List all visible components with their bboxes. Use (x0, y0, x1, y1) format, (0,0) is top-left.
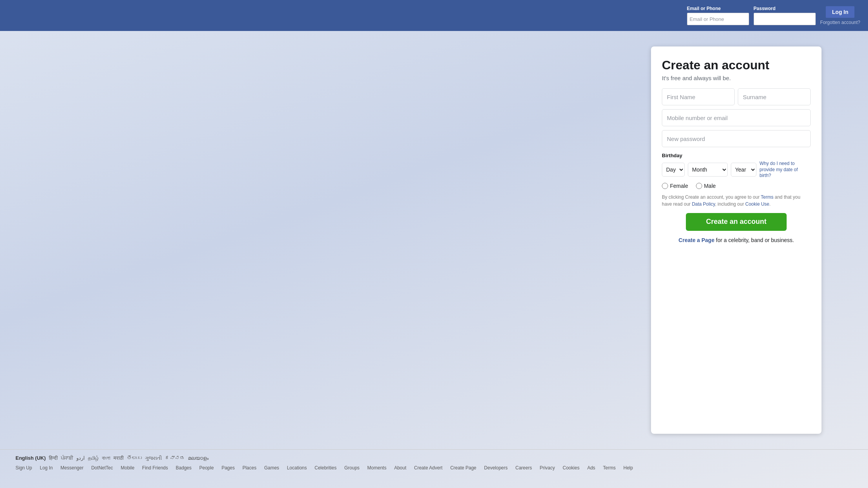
footer-language-3[interactable]: اردو (76, 455, 85, 461)
footer-link-dotnettec[interactable]: DotNetTec (91, 465, 113, 471)
email-input[interactable] (687, 13, 749, 25)
forgotten-account-link[interactable]: Forgotten account? (820, 20, 860, 25)
why-dob-link[interactable]: Why do I need to provide my date of birt… (760, 161, 806, 179)
header: Email or Phone Password Log In Forgotten… (0, 0, 868, 31)
footer-link-ads[interactable]: Ads (587, 465, 595, 471)
name-row (662, 88, 811, 105)
footer-link-locations[interactable]: Locations (287, 465, 307, 471)
data-policy-link[interactable]: Data Policy (692, 201, 715, 207)
main-content: Create an account It's free and always w… (0, 31, 868, 449)
header-login-area: Email or Phone Password Log In Forgotten… (687, 6, 860, 25)
footer-language-4[interactable]: தமிழ் (88, 455, 99, 461)
terms-pre: By clicking Create an account, you agree… (662, 194, 761, 200)
password-input[interactable] (754, 13, 816, 25)
footer-language-8[interactable]: ગુજરાતી (145, 455, 162, 461)
footer-links: Sign UpLog InMessengerDotNetTecMobileFin… (16, 465, 852, 471)
terms-link[interactable]: Terms (761, 194, 773, 200)
surname-input[interactable] (738, 88, 811, 105)
footer-language-6[interactable]: मराठी (114, 455, 124, 461)
footer-language-2[interactable]: ਪੰਜਾਬੀ (61, 455, 73, 461)
password-label: Password (754, 6, 816, 11)
gender-row: Female Male (662, 183, 811, 189)
footer-link-create-advert[interactable]: Create Advert (414, 465, 443, 471)
footer-link-find-friends[interactable]: Find Friends (142, 465, 168, 471)
footer-languages: English (UK)हिन्दीਪੰਜਾਬੀاردوதமிழ்বাংলাमर… (16, 455, 852, 461)
footer-link-moments[interactable]: Moments (367, 465, 386, 471)
footer-link-people[interactable]: People (199, 465, 214, 471)
footer-link-create-page[interactable]: Create Page (450, 465, 476, 471)
email-field-group: Email or Phone (687, 6, 749, 25)
footer-link-badges[interactable]: Badges (176, 465, 192, 471)
email-label: Email or Phone (687, 6, 749, 11)
footer-link-celebrities[interactable]: Celebrities (315, 465, 337, 471)
create-page-post: for a celebrity, band or business. (715, 237, 794, 243)
footer-language-1[interactable]: हिन्दी (49, 455, 58, 461)
footer-link-developers[interactable]: Developers (484, 465, 508, 471)
password-field-group: Password (754, 6, 816, 25)
signup-form: Create an account It's free and always w… (651, 46, 822, 434)
create-page-link[interactable]: Create a Page (679, 237, 715, 243)
female-label: Female (670, 183, 688, 189)
footer-link-terms[interactable]: Terms (603, 465, 616, 471)
footer-link-log-in[interactable]: Log In (40, 465, 53, 471)
new-password-input[interactable] (662, 130, 811, 147)
footer-link-cookies[interactable]: Cookies (563, 465, 579, 471)
footer-language-10[interactable]: മലയാളം (188, 455, 208, 461)
male-option[interactable]: Male (696, 183, 716, 189)
footer: English (UK)हिन्दीਪੰਜਾਬੀاردوதமிழ்বাংলাमर… (0, 449, 868, 477)
year-select[interactable]: Year 2024202320102000 1995199019851980 (731, 163, 756, 177)
footer-language-5[interactable]: বাংলা (102, 455, 110, 461)
terms-text: By clicking Create an account, you agree… (662, 194, 811, 208)
footer-language-7[interactable]: తెలుగు (127, 455, 142, 461)
footer-link-places[interactable]: Places (243, 465, 257, 471)
create-account-button[interactable]: Create an account (686, 213, 787, 231)
footer-link-privacy[interactable]: Privacy (540, 465, 555, 471)
footer-link-sign-up[interactable]: Sign Up (16, 465, 32, 471)
signup-subtitle: It's free and always will be. (662, 75, 811, 81)
footer-link-mobile[interactable]: Mobile (121, 465, 134, 471)
terms-mid2: , including our (715, 201, 745, 207)
birthday-row: Day 12345 678910 1112131415 1617181920 2… (662, 161, 811, 179)
footer-link-help[interactable]: Help (623, 465, 633, 471)
female-option[interactable]: Female (662, 183, 688, 189)
day-select[interactable]: Day 12345 678910 1112131415 1617181920 2… (662, 163, 685, 177)
mobile-email-input[interactable] (662, 109, 811, 126)
create-page-text: Create a Page for a celebrity, band or b… (662, 237, 811, 243)
footer-link-careers[interactable]: Careers (515, 465, 532, 471)
footer-language-0[interactable]: English (UK) (16, 455, 46, 461)
female-radio[interactable] (662, 183, 668, 189)
footer-link-messenger[interactable]: Messenger (60, 465, 83, 471)
signup-title: Create an account (662, 58, 811, 72)
footer-link-games[interactable]: Games (264, 465, 279, 471)
male-label: Male (704, 183, 716, 189)
terms-end: . (769, 201, 770, 207)
footer-link-about[interactable]: About (394, 465, 406, 471)
footer-link-pages[interactable]: Pages (222, 465, 235, 471)
login-col: Log In Forgotten account? (820, 6, 860, 25)
cookie-use-link[interactable]: Cookie Use (745, 201, 769, 207)
male-radio[interactable] (696, 183, 702, 189)
login-button[interactable]: Log In (825, 6, 855, 18)
footer-language-9[interactable]: ಕನ್ನಡ (165, 455, 185, 461)
month-select[interactable]: Month JanuaryFebruaryMarchApril MayJuneJ… (688, 163, 728, 177)
first-name-input[interactable] (662, 88, 735, 105)
footer-link-groups[interactable]: Groups (344, 465, 359, 471)
birthday-label: Birthday (662, 153, 811, 158)
